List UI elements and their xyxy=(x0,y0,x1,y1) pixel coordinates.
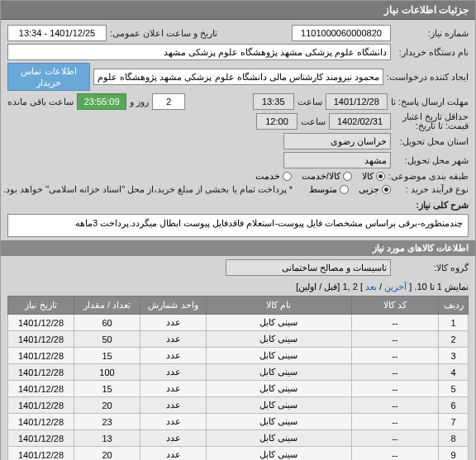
deadline-time: 13:35 xyxy=(253,93,294,110)
cell-n: 3 xyxy=(439,348,469,364)
cell-unit: عدد xyxy=(140,348,207,364)
cell-date: 1401/12/28 xyxy=(8,381,74,397)
cell-unit: عدد xyxy=(140,414,207,430)
pager-last-link[interactable]: آخرین xyxy=(384,282,407,292)
table-row: 3--سینی کابلعدد151401/12/28 xyxy=(8,348,469,364)
cell-qty: 23 xyxy=(74,414,140,430)
table-row: 6--سینی کابلعدد201401/12/28 xyxy=(8,397,469,414)
cell-name: سینی کابل xyxy=(207,381,352,397)
radio-medium[interactable]: متوسط xyxy=(309,184,349,195)
table-row: 7--سینی کابلعدد231401/12/28 xyxy=(8,414,469,430)
category-radio-group: کالا کالا/خدمت خدمت xyxy=(255,171,385,182)
cell-n: 9 xyxy=(439,447,469,461)
desc-section-label: شرح کلی نیاز: xyxy=(416,200,469,210)
deadline-label: مهلت ارسال پاسخ: تا xyxy=(391,97,469,107)
cell-date: 1401/12/28 xyxy=(8,348,74,364)
province-label: استان محل تحویل: xyxy=(394,136,469,147)
table-header-row: ردیف کد کالا نام کالا واحد شمارش تعداد /… xyxy=(8,296,469,315)
cell-code: -- xyxy=(351,381,438,397)
cell-n: 2 xyxy=(439,331,469,348)
cell-name: سینی کابل xyxy=(207,364,352,381)
form-area: شماره نیاز: 1101000060000820 تاریخ و ساع… xyxy=(1,20,475,460)
radio-partial[interactable]: جزیی xyxy=(359,184,391,195)
th-date: تاریخ نیاز xyxy=(8,296,74,315)
cell-qty: 15 xyxy=(74,348,140,364)
cell-unit: عدد xyxy=(140,381,207,397)
cell-unit: عدد xyxy=(140,397,207,414)
main-container: جزئیات اطلاعات نیاز شماره نیاز: 11010000… xyxy=(0,0,476,460)
cell-code: -- xyxy=(351,430,438,447)
cell-n: 1 xyxy=(439,315,469,331)
remaining-label: ساعت باقی مانده xyxy=(7,97,74,107)
cell-unit: عدد xyxy=(140,447,207,461)
cell-name: سینی کابل xyxy=(207,331,352,348)
items-section-header: اطلاعات کالاهای مورد نیاز xyxy=(1,240,475,256)
radio-goods-service[interactable]: کالا/خدمت xyxy=(302,171,352,182)
cell-code: -- xyxy=(351,315,438,331)
cell-date: 1401/12/28 xyxy=(8,397,74,414)
process-radio-group: جزیی متوسط xyxy=(309,184,391,195)
th-row: ردیف xyxy=(439,296,469,315)
cell-code: -- xyxy=(351,331,438,348)
th-unit: واحد شمارش xyxy=(140,296,207,315)
th-qty: تعداد / مقدار xyxy=(74,296,140,315)
need-no-field: 1101000060000820 xyxy=(292,25,391,41)
cell-qty: 15 xyxy=(74,381,140,397)
time-label-2: ساعت xyxy=(301,116,326,127)
requester-field: محمود نیرومند کارشناس مالی دانشگاه علوم … xyxy=(93,69,383,85)
cell-date: 1401/12/28 xyxy=(8,364,74,381)
cell-qty: 20 xyxy=(74,397,140,414)
cell-name: سینی کابل xyxy=(207,447,352,461)
province-field: خراسان رضوی xyxy=(283,133,391,149)
cell-unit: عدد xyxy=(140,364,207,381)
radio-icon xyxy=(283,172,292,181)
cell-name: سینی کابل xyxy=(207,414,352,430)
buyer-field: دانشگاه علوم پزشکی مشهد پژوهشگاه علوم پز… xyxy=(7,44,391,60)
cell-n: 7 xyxy=(439,414,469,430)
process-note: * پرداخت تمام یا بخشی از مبلغ خرید،از مح… xyxy=(3,184,293,195)
cell-code: -- xyxy=(351,414,438,430)
table-row: 5--سینی کابلعدد151401/12/28 xyxy=(8,381,469,397)
radio-service[interactable]: خدمت xyxy=(255,171,292,182)
contact-button[interactable]: اطلاعات تماس خریدار xyxy=(7,63,90,91)
cell-name: سینی کابل xyxy=(207,348,352,364)
pager-next-link[interactable]: بعد xyxy=(365,282,377,292)
cell-date: 1401/12/28 xyxy=(8,414,74,430)
radio-icon xyxy=(340,185,349,194)
page-title: جزئیات اطلاعات نیاز xyxy=(384,4,469,16)
requester-label: ایجاد کننده درخواست: xyxy=(387,72,469,83)
cell-date: 1401/12/28 xyxy=(8,447,74,461)
cell-date: 1401/12/28 xyxy=(8,315,74,331)
cell-name: سینی کابل xyxy=(207,430,352,447)
cell-name: سینی کابل xyxy=(207,397,352,414)
announce-label: تاریخ و ساعت اعلان عمومی: xyxy=(110,28,217,39)
cell-qty: 50 xyxy=(74,331,140,348)
items-table: ردیف کد کالا نام کالا واحد شمارش تعداد /… xyxy=(7,296,469,460)
table-row: 2--سینی کابلعدد501401/12/28 xyxy=(8,331,469,348)
radio-icon xyxy=(382,185,391,194)
group-field: تاسیسات و مصالح ساختمانی xyxy=(226,259,391,276)
radio-icon xyxy=(343,172,352,181)
cell-code: -- xyxy=(351,447,438,461)
radio-goods[interactable]: کالا xyxy=(362,171,385,182)
table-row: 9--سینی کابلعدد201401/12/28 xyxy=(8,447,469,461)
category-label: طبقه بندی موضوعی: xyxy=(388,171,469,182)
cell-unit: عدد xyxy=(140,331,207,348)
process-label: نوع فرآیند خرید : xyxy=(394,184,469,195)
radio-icon xyxy=(376,172,385,181)
cell-unit: عدد xyxy=(140,315,207,331)
cell-qty: 60 xyxy=(74,315,140,331)
buyer-label: نام دستگاه خریدار: xyxy=(394,47,469,58)
announce-field: 1401/12/25 - 13:34 xyxy=(7,25,107,41)
table-row: 4--سینی کابلعدد1001401/12/28 xyxy=(8,364,469,381)
cell-code: -- xyxy=(351,364,438,381)
group-label: گروه کالا: xyxy=(394,263,469,273)
description-box: چندمنظوره-برقی براساس مشخصات فایل پیوست-… xyxy=(7,214,469,237)
cell-code: -- xyxy=(351,397,438,414)
table-row: 8--سینی کابلعدد131401/12/28 xyxy=(8,430,469,447)
days-label: روز و xyxy=(130,97,149,107)
cell-unit: عدد xyxy=(140,430,207,447)
page-title-bar: جزئیات اطلاعات نیاز xyxy=(1,1,475,20)
credit-label: حداقل تاریخ اعتبارقیمت: تا تاریخ: xyxy=(394,112,469,130)
time-label-1: ساعت xyxy=(298,97,322,107)
